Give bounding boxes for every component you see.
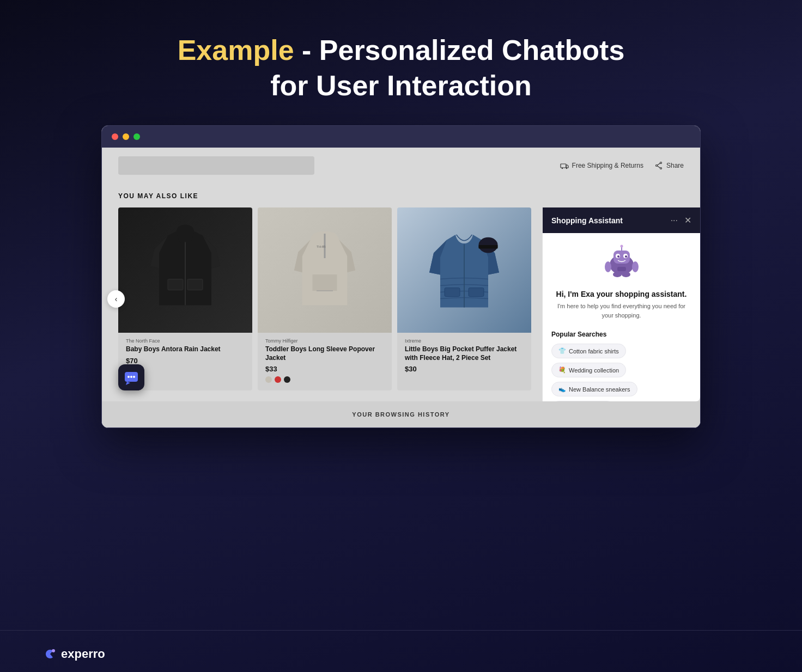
product-brand-3: Ixtreme xyxy=(405,338,524,344)
footer-logo: experro xyxy=(44,647,105,661)
carousel-prev-button[interactable]: ‹ xyxy=(107,290,125,308)
browser-window: Free Shipping & Returns Share YOU MAY AL… xyxy=(101,125,701,428)
search-bar[interactable] xyxy=(118,156,314,175)
jacket-image-3 xyxy=(421,220,508,321)
tag-label-1: Cotton fabric shirts xyxy=(569,348,619,355)
product-carousel-wrapper: ‹ xyxy=(102,207,700,401)
tag-emoji-1: 👕 xyxy=(558,347,566,355)
share-button[interactable]: Share xyxy=(654,161,684,170)
svg-point-24 xyxy=(617,255,619,258)
svg-point-2 xyxy=(566,168,567,169)
page-title: Example - Personalized Chatbotsfor User … xyxy=(11,33,791,103)
product-name-1: Baby Boys Antora Rain Jacket xyxy=(126,345,245,354)
svg-point-33 xyxy=(130,376,132,378)
assistant-title: Shopping Assistant xyxy=(551,216,623,225)
title-rest: - Personalized Chatbotsfor User Interact… xyxy=(270,34,624,101)
svg-line-6 xyxy=(657,163,660,165)
more-options-icon[interactable]: ··· xyxy=(671,216,678,225)
svg-point-4 xyxy=(660,168,661,169)
product-meta-2: Tommy Hilfiger Toddler Boys Long Sleeve … xyxy=(258,333,392,383)
svg-point-32 xyxy=(127,376,130,378)
svg-point-27 xyxy=(620,245,623,248)
svg-rect-17 xyxy=(469,288,484,296)
svg-point-34 xyxy=(133,376,135,378)
footer-brand-name: experro xyxy=(61,647,105,661)
product-colors-2 xyxy=(265,376,384,383)
jacket-image-1 xyxy=(142,220,229,321)
product-image-1 xyxy=(118,207,252,333)
browser-dot-red[interactable] xyxy=(112,133,118,140)
title-highlight: Example xyxy=(178,34,294,66)
svg-point-19 xyxy=(605,261,611,272)
color-option[interactable] xyxy=(265,376,272,383)
bot-greeting: Hi, I'm Exa your shopping assistant. xyxy=(556,290,687,298)
search-tag-wedding[interactable]: 💐 Wedding collection xyxy=(551,363,626,377)
search-tag-sneakers[interactable]: 👟 New Balance sneakers xyxy=(551,382,637,396)
product-image-3 xyxy=(397,207,531,333)
product-price-1: $70 xyxy=(126,357,245,365)
store-content: Free Shipping & Returns Share YOU MAY AL… xyxy=(102,148,700,427)
popular-searches-label: Popular Searches xyxy=(551,331,606,338)
browsing-history-bar: YOUR BROWSING HISTORY xyxy=(102,401,700,427)
svg-rect-16 xyxy=(445,288,460,296)
assistant-header: Shopping Assistant ··· ✕ xyxy=(543,207,700,233)
color-option[interactable] xyxy=(284,376,290,383)
browser-titlebar xyxy=(102,126,700,148)
experro-logo-icon xyxy=(44,647,57,661)
svg-line-7 xyxy=(657,166,660,168)
tag-emoji-2: 💐 xyxy=(558,366,566,374)
assistant-body: Hi, I'm Exa your shopping assistant. I'm… xyxy=(543,233,700,401)
svg-rect-14 xyxy=(478,245,497,248)
product-card: The North Face Baby Boys Antora Rain Jac… xyxy=(118,207,252,390)
page-footer: experro xyxy=(0,630,802,672)
svg-point-20 xyxy=(632,261,639,272)
svg-point-30 xyxy=(622,272,630,277)
tag-emoji-3: 👟 xyxy=(558,386,566,393)
product-card: TH-85 Tommy Hilfiger Toddler Boys Long S… xyxy=(258,207,392,390)
jacket-image-2: TH-85 xyxy=(284,220,366,321)
search-tag-summer[interactable]: 🏖️ Summer shots xyxy=(551,401,615,401)
tag-label-2: Wedding collection xyxy=(569,367,619,374)
chat-widget-button[interactable] xyxy=(118,364,144,390)
product-name-2: Toddler Boys Long Sleeve Popover Jacket xyxy=(265,345,384,362)
browser-dot-green[interactable] xyxy=(133,133,140,140)
section-you-may-like: YOU MAY ALSO LIKE xyxy=(102,184,700,207)
svg-point-35 xyxy=(52,649,55,652)
svg-point-3 xyxy=(660,162,661,164)
svg-point-1 xyxy=(561,168,562,169)
svg-point-5 xyxy=(655,165,657,167)
shipping-label: Free Shipping & Returns xyxy=(560,161,643,170)
page-header: Example - Personalized Chatbotsfor User … xyxy=(0,0,802,125)
bot-avatar xyxy=(603,244,641,282)
product-meta-3: Ixtreme Little Boys Big Pocket Puffer Ja… xyxy=(397,333,531,373)
chat-widget-icon xyxy=(124,370,139,385)
bot-avatar-svg xyxy=(603,244,641,282)
store-topbar: Free Shipping & Returns Share xyxy=(102,148,700,184)
product-brand-1: The North Face xyxy=(126,338,245,344)
product-meta-1: The North Face Baby Boys Antora Rain Jac… xyxy=(118,333,252,365)
close-icon[interactable]: ✕ xyxy=(684,215,691,225)
product-brand-2: Tommy Hilfiger xyxy=(265,338,384,344)
product-name-3: Little Boys Big Pocket Puffer Jacket wit… xyxy=(405,345,524,362)
assistant-header-actions: ··· ✕ xyxy=(671,215,691,225)
product-card: Ixtreme Little Boys Big Pocket Puffer Ja… xyxy=(397,207,531,390)
assistant-panel: Shopping Assistant ··· ✕ xyxy=(542,207,700,401)
search-tag-cotton[interactable]: 👕 Cotton fabric shirts xyxy=(551,344,626,358)
truck-icon xyxy=(560,161,569,170)
tag-label-3: New Balance sneakers xyxy=(569,386,630,393)
product-price-2: $33 xyxy=(265,365,384,373)
share-icon xyxy=(654,161,663,170)
svg-rect-9 xyxy=(168,279,183,290)
color-option[interactable] xyxy=(275,376,281,383)
svg-point-25 xyxy=(625,255,627,258)
svg-rect-28 xyxy=(617,267,626,271)
bot-subtitle: I'm here to help you find everything you… xyxy=(551,302,691,320)
product-price-3: $30 xyxy=(405,365,524,373)
search-tags: 👕 Cotton fabric shirts 💐 Wedding collect… xyxy=(551,344,691,401)
svg-rect-10 xyxy=(187,279,203,290)
browser-dot-yellow[interactable] xyxy=(123,133,129,140)
svg-text:TH-85: TH-85 xyxy=(317,245,326,248)
product-image-2: TH-85 xyxy=(258,207,392,333)
svg-point-29 xyxy=(613,272,622,277)
svg-rect-0 xyxy=(561,164,566,168)
